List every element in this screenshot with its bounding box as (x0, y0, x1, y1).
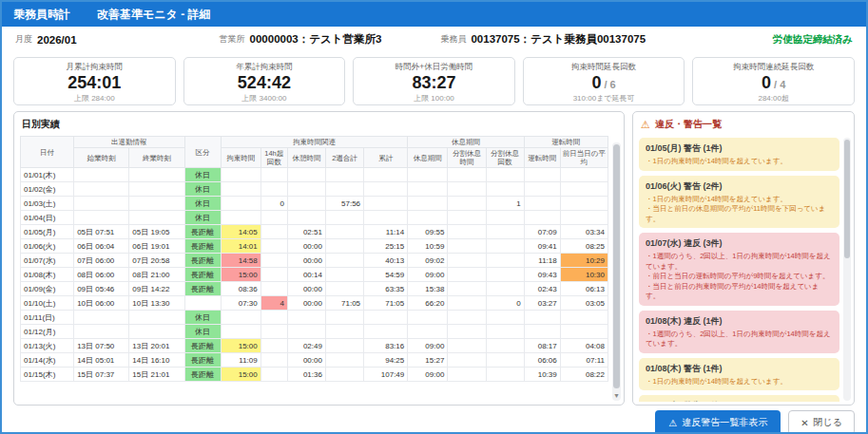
value-cell: 71:05 (325, 296, 363, 311)
value-cell: 00:00 (287, 296, 325, 311)
value-cell (524, 168, 560, 182)
value-cell: 10日 13:30 (129, 296, 184, 311)
value-cell: 05日 19:05 (129, 225, 184, 239)
value-cell (448, 254, 486, 268)
violation-item: 1日の拘束時間が14時間を超えています。 (646, 377, 833, 387)
violations-scrollbar[interactable] (843, 138, 851, 401)
table-row[interactable]: 01/07(水)07日 06:0007日 20:58長距離14:5800:004… (21, 254, 608, 268)
value-cell: 02:51 (287, 225, 325, 239)
value-cell (486, 353, 524, 368)
value-cell (287, 211, 325, 225)
month-value: 2026/01 (37, 34, 77, 46)
value-cell: 07日 06:00 (74, 254, 129, 268)
value-cell: 09:00 (408, 368, 448, 382)
value-cell: 25:15 (364, 239, 408, 254)
value-cell (260, 353, 287, 368)
table-row[interactable]: 01/14(水)14日 05:0114日 16:10長距離11:0900:009… (21, 353, 608, 368)
column-group-header: 休息期間 (408, 137, 524, 148)
value-cell: 11:18 (524, 254, 560, 268)
value-cell: 08:25 (560, 239, 608, 254)
value-cell (364, 168, 408, 182)
table-row[interactable]: 01/05(月)05日 07:5105日 19:05長距離14:0502:511… (21, 225, 608, 239)
violation-card-title: 01/06(火) 警告 (2件) (646, 180, 833, 193)
table-scrollbar-thumb[interactable] (613, 144, 620, 388)
table-scrollbar[interactable]: ▼ (612, 142, 621, 401)
value-cell (287, 311, 325, 325)
value-cell: 06:06 (524, 353, 560, 368)
column-group-header: 日付 (21, 137, 74, 168)
table-row[interactable]: 01/15(木)15日 07:3715日 21:01長距離15:0001:361… (21, 368, 608, 382)
summary-card-limit: 上限 284:00 (18, 93, 171, 104)
value-cell (260, 325, 287, 339)
value-cell: 02:43 (524, 282, 560, 296)
table-row[interactable]: 01/10(土)10日 06:0010日 13:3007:30400:0071:… (21, 296, 608, 311)
violation-item: 1日の拘束時間が14時間を超えています。 (646, 195, 833, 205)
value-cell (448, 211, 486, 225)
value-cell: 06:13 (560, 282, 608, 296)
table-row[interactable]: 01/11(日)休日 (21, 311, 608, 325)
scroll-down-arrow-icon[interactable]: ▼ (612, 390, 621, 401)
table-row[interactable]: 01/13(火)13日 07:5013日 20:01長距離15:0002:498… (21, 339, 608, 353)
value-cell (74, 168, 129, 182)
table-row[interactable]: 01/02(金)休日 (21, 182, 608, 197)
date-cell: 01/01(木) (21, 168, 74, 182)
value-cell (560, 325, 608, 339)
table-row[interactable]: 01/04(日)休日 (21, 211, 608, 225)
violation-item: 当日と前日の拘束時間の平均が14時間を超えています。 (646, 282, 833, 302)
value-cell (524, 325, 560, 339)
value-cell: 57:56 (325, 197, 363, 211)
value-cell: 15:00 (221, 339, 260, 353)
value-cell (408, 325, 448, 339)
table-row[interactable]: 01/09(金)09日 05:4609日 14:22長距離08:3600:006… (21, 282, 608, 296)
violations-panel: ⚠ 違反・警告一覧 01/05(月) 警告 (1件)1日の拘束時間が14時間を超… (632, 111, 855, 406)
column-header: 累計 (364, 148, 408, 168)
table-row[interactable]: 01/01(木)休日 (21, 168, 608, 182)
value-cell: 06日 19:01 (129, 239, 184, 254)
value-cell: 15:27 (408, 353, 448, 368)
page-title: 改善基準モニタ - 詳細 (97, 7, 211, 23)
summary-card-2: 時間外+休日労働時間83:27上限 100:00 (353, 57, 515, 105)
value-cell (486, 325, 524, 339)
table-row[interactable]: 01/06(火)06日 06:0406日 19:01長距離14:0100:002… (21, 239, 608, 254)
category-cell: 休日 (184, 197, 221, 211)
table-row[interactable]: 01/12(月)休日 (21, 325, 608, 339)
violations-scrollbar-thumb[interactable] (844, 140, 850, 258)
close-button[interactable]: ✕ 閉じる (788, 410, 855, 434)
value-cell (486, 225, 524, 239)
value-cell (325, 225, 363, 239)
category-cell: 長距離 (184, 353, 221, 368)
date-cell: 01/14(水) (21, 353, 74, 368)
table-row[interactable]: 01/03(土)休日057:561 (21, 197, 608, 211)
summary-card-0: 月累計拘束時間254:01上限 284:00 (13, 57, 176, 105)
value-cell: 07:30 (221, 296, 260, 311)
date-cell: 01/11(日) (21, 311, 74, 325)
value-cell: 4 (260, 296, 287, 311)
value-cell (260, 211, 287, 225)
app-title: 乗務員時計 (13, 7, 70, 23)
value-cell (221, 325, 260, 339)
value-cell (524, 211, 560, 225)
hide-violations-button[interactable]: ⚠ 違反警告一覧非表示 (655, 410, 781, 434)
driver-label: 乗務員 (440, 33, 466, 46)
value-cell: 11:09 (221, 353, 260, 368)
value-cell: 08:36 (221, 282, 260, 296)
summary-card-limit: 上限 3400:00 (188, 93, 341, 104)
category-cell: 長距離 (184, 254, 221, 268)
value-cell (364, 211, 408, 225)
value-cell: 05日 07:51 (74, 225, 129, 239)
date-cell: 01/03(土) (21, 197, 74, 211)
violation-card-title: 01/05(月) 警告 (1件) (646, 142, 833, 155)
value-cell (560, 211, 608, 225)
violations-title: 違反・警告一覧 (655, 118, 722, 131)
value-cell: 14日 16:10 (129, 353, 184, 368)
table-row[interactable]: 01/08(木)08日 06:0008日 21:00長距離15:0000:145… (21, 268, 608, 282)
value-cell (486, 182, 524, 197)
value-cell (486, 168, 524, 182)
value-cell: 40:13 (364, 254, 408, 268)
category-cell: 休日 (184, 211, 221, 225)
value-cell (524, 197, 560, 211)
value-cell: 107:49 (364, 368, 408, 382)
date-cell: 01/08(木) (21, 268, 74, 282)
summary-card-value: 0/ 4 (697, 73, 850, 93)
violations-header: ⚠ 違反・警告一覧 (633, 112, 854, 135)
